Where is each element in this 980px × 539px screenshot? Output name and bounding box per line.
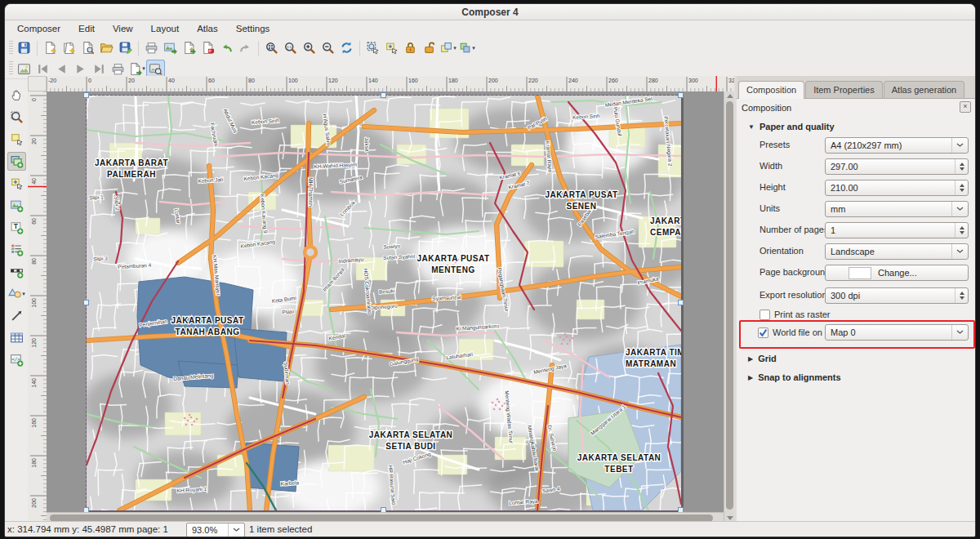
export-as-svg-button[interactable]	[180, 38, 198, 57]
chevron-down-icon	[951, 244, 968, 259]
selection-handle[interactable]	[678, 92, 684, 98]
add-image-button[interactable]	[7, 196, 26, 215]
save-project-button[interactable]	[15, 38, 33, 57]
move-item-content-button[interactable]	[382, 38, 401, 57]
page-background-button[interactable]: Change...	[825, 265, 969, 281]
selection-handle[interactable]	[83, 300, 89, 305]
district-label: JAKARTA BARAT	[95, 158, 168, 167]
add-label-button[interactable]: T	[7, 218, 26, 237]
zoom-in-button[interactable]	[300, 38, 318, 57]
district-label: MENTENG	[431, 265, 475, 274]
save-as-template-button[interactable]	[116, 38, 135, 57]
print-button[interactable]	[142, 38, 161, 57]
tab-composition[interactable]: Composition	[738, 81, 804, 99]
lock-items-button[interactable]	[401, 38, 420, 57]
tab-item-properties[interactable]: Item Properties	[805, 81, 883, 98]
print-as-raster-checkbox[interactable]	[760, 310, 770, 320]
undo-button[interactable]	[217, 38, 236, 57]
load-from-template-button[interactable]	[97, 38, 116, 57]
horizontal-ruler[interactable]: -200204060801001201401601802002202402602…	[47, 76, 737, 92]
add-scalebar-button[interactable]	[7, 262, 26, 281]
menu-composer[interactable]: Composer	[8, 22, 69, 35]
zoom-full-button[interactable]	[262, 38, 281, 57]
selection-handle[interactable]	[83, 92, 89, 98]
width-spinbox[interactable]: 297.00	[825, 158, 969, 175]
menu-edit[interactable]: Edit	[69, 22, 104, 35]
height-spinbox[interactable]: 210.00	[825, 180, 969, 196]
toolbar-separator	[138, 41, 139, 56]
add-attribute-table-button[interactable]	[7, 328, 26, 347]
resolution-spinbox[interactable]: 300 dpi	[825, 287, 969, 304]
menu-layout[interactable]: Layout	[142, 22, 189, 35]
raise-items-button[interactable]: ▾	[457, 38, 476, 57]
menu-atlas[interactable]: Atlas	[188, 22, 227, 35]
pages-spinbox[interactable]: 1	[825, 222, 969, 238]
svg-text:1:1: 1:1	[287, 45, 292, 49]
unlock-items-button[interactable]	[420, 38, 439, 57]
new-composer-button[interactable]	[41, 38, 60, 57]
selection-handle[interactable]	[83, 507, 89, 512]
cursor-position-readout: x: 314.794 mm y: 45.4987 mm page: 1	[7, 524, 168, 534]
selection-handle[interactable]	[678, 300, 684, 305]
titlebar[interactable]: Composer 4	[5, 4, 975, 20]
export-as-pdf-button[interactable]	[198, 38, 217, 57]
world-file-map-combo[interactable]: Map 0	[825, 324, 969, 341]
svg-text:80: 80	[31, 258, 37, 265]
row-height: Height 210.00	[737, 180, 975, 196]
menu-settings[interactable]: Settings	[227, 22, 279, 35]
spin-arrows-icon[interactable]	[955, 180, 968, 195]
selection-handle[interactable]	[678, 507, 684, 512]
refresh-view-button[interactable]	[337, 38, 356, 57]
vertical-scrollbar[interactable]	[724, 91, 735, 523]
spin-arrows-icon[interactable]	[955, 223, 968, 238]
add-html-icon: </>	[10, 353, 24, 367]
export-svg-icon	[182, 41, 196, 55]
print-atlas-icon	[111, 62, 125, 76]
zoom-actual-size-button[interactable]: 1:1	[281, 38, 300, 57]
add-new-map-button[interactable]	[7, 152, 26, 171]
section-snap-to-alignments[interactable]: ▶ Snap to alignments	[748, 372, 841, 382]
scroll-down-arrow[interactable]	[727, 516, 733, 520]
scroll-up-arrow[interactable]	[727, 94, 733, 98]
vertical-ruler[interactable]: 020406080100120140160180200	[28, 91, 47, 521]
export-as-image-button[interactable]	[161, 38, 180, 57]
district-label: SETIA BUDI	[385, 442, 435, 451]
select-move-item-tool-button[interactable]	[7, 130, 26, 149]
zoom-tool-button[interactable]	[7, 108, 26, 127]
units-combo[interactable]: mm	[825, 201, 969, 217]
spin-arrows-icon[interactable]	[955, 159, 968, 174]
menu-view[interactable]: View	[104, 22, 142, 35]
selection-handle[interactable]	[381, 507, 386, 512]
world-file-checkbox[interactable]	[758, 327, 768, 338]
panel-close-icon[interactable]: ×	[960, 101, 971, 113]
selection-handle[interactable]	[381, 92, 386, 98]
vscroll-thumb[interactable]	[726, 101, 733, 510]
spin-arrows-icon[interactable]	[955, 288, 968, 303]
jakarta-map: Medan Merdeka SelKebon SirihKebon SirihK…	[87, 96, 681, 510]
orientation-combo[interactable]: Landscape	[825, 243, 969, 260]
undo-icon	[220, 41, 234, 55]
map-item[interactable]: Medan Merdeka SelKebon SirihKebon SirihK…	[87, 96, 681, 510]
hruler-ticks: -200204060801001201401601802002202402602…	[47, 76, 737, 91]
redo-button[interactable]	[236, 38, 255, 57]
composition-canvas[interactable]: Medan Merdeka SelKebon SirihKebon SirihK…	[47, 91, 724, 512]
zoom-level-combo[interactable]: 93.0%	[186, 523, 245, 537]
zoom-out-button[interactable]	[318, 38, 337, 57]
zoom-in-icon	[302, 41, 316, 55]
group-items-button[interactable]: ▾	[439, 38, 457, 57]
section-grid[interactable]: ▶ Grid	[748, 354, 777, 363]
presets-combo[interactable]: A4 (210x297 mm)	[825, 137, 969, 154]
export-atlas-icon	[128, 62, 142, 76]
tab-atlas-generation[interactable]: Atlas generation	[884, 81, 965, 98]
select-move-item-button[interactable]	[363, 38, 382, 57]
add-arrow-button[interactable]	[7, 306, 26, 325]
add-html-frame-button[interactable]: </>	[7, 350, 26, 369]
add-legend-button[interactable]	[7, 240, 26, 259]
duplicate-composer-button[interactable]	[60, 38, 78, 57]
save-icon	[17, 41, 31, 55]
pan-composer-button[interactable]	[7, 86, 26, 105]
move-content-tool-button[interactable]	[7, 174, 26, 193]
composer-manager-button[interactable]	[78, 38, 97, 57]
add-basic-shape-button[interactable]: ▾	[7, 284, 26, 303]
section-paper-and-quality[interactable]: ▼ Paper and quality	[748, 122, 835, 131]
